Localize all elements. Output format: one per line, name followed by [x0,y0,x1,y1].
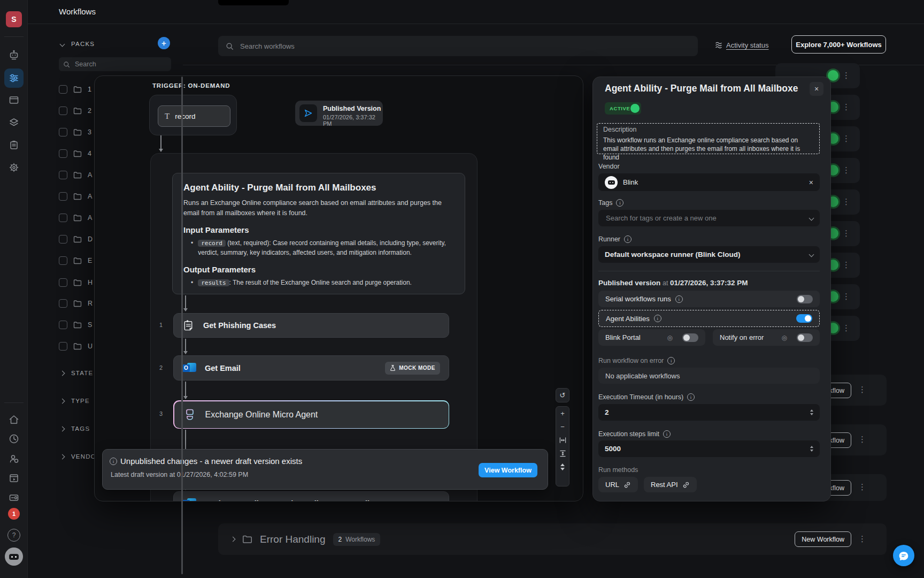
filter-section-tags[interactable]: TAGS [60,425,90,432]
pack-item[interactable]: S [59,320,92,330]
row-menu-icon[interactable] [842,134,850,142]
help-icon[interactable] [7,529,20,542]
checkbox[interactable] [59,235,67,244]
pack-item[interactable]: 3 [59,127,91,138]
devices-icon[interactable] [4,488,24,507]
zoom-in-icon[interactable]: + [556,407,569,420]
pack-item[interactable]: U [59,341,93,352]
checkbox[interactable] [59,278,67,287]
pan-up-down-icon[interactable] [556,460,569,474]
run-on-error-field[interactable]: No applicable workflows [598,368,820,384]
pack-item[interactable]: 2 [59,105,91,116]
tags-input[interactable] [605,214,797,223]
agent-abilities-toggle[interactable] [796,314,812,323]
usage-icon[interactable] [4,429,24,448]
notify-on-error-toggle[interactable] [797,333,813,342]
activity-status-link[interactable]: Activity status [715,41,768,49]
row-menu-icon[interactable] [858,535,866,543]
runner-select[interactable]: Default workspace runner (Blink Cloud) [598,246,820,263]
checkbox[interactable] [59,85,67,94]
automations-icon[interactable] [4,45,24,65]
pack-item[interactable]: R [59,298,93,309]
packs-section-header[interactable]: PACKS [60,41,95,47]
url-run-method-button[interactable]: URL [598,477,638,492]
filter-section-state[interactable]: STATE [60,370,93,376]
chat-support-button[interactable] [893,545,914,566]
pack-item[interactable]: E [59,255,92,266]
serial-workflows-toggle[interactable] [797,295,813,303]
execution-timeout-stepper[interactable]: 2 [598,404,820,421]
new-workflow-button[interactable]: New Workflow [795,531,851,547]
active-toggle[interactable] [630,104,640,113]
filter-section-type[interactable]: TYPE [60,398,90,404]
row-menu-icon[interactable] [842,229,850,237]
checkbox[interactable] [59,128,67,136]
expand-chevron-icon[interactable] [230,537,236,542]
row-menu-icon[interactable] [842,197,850,206]
vendor-field[interactable]: Blink [598,173,820,191]
sidebar-scrollbar[interactable] [181,77,183,574]
row-menu-icon[interactable] [858,483,866,491]
rest-api-run-method-button[interactable]: Rest API [644,477,697,492]
notifications-badge[interactable]: 1 [8,508,20,520]
row-menu-icon[interactable] [842,324,850,332]
pack-item[interactable]: H [59,277,93,288]
assistant-avatar-icon[interactable] [5,547,23,566]
stepper-arrows-icon[interactable] [810,409,813,415]
stepper-arrows-icon[interactable] [810,446,813,452]
step-get-phishing-cases[interactable]: Get Phishing Cases [173,313,449,338]
checkbox[interactable] [59,256,67,265]
row-menu-icon[interactable] [842,261,850,269]
pack-item[interactable]: 1 [59,84,91,95]
trigger-input-record[interactable]: record [158,105,230,127]
row-menu-icon[interactable] [858,385,866,393]
close-icon[interactable] [810,82,823,96]
step-get-email[interactable]: O Get Email MOCK MODE [173,355,449,381]
workflows-icon[interactable] [4,69,24,88]
row-menu-icon[interactable] [842,71,850,79]
reset-view-icon[interactable]: ↺ [556,389,569,402]
description-editor[interactable]: Description This workflow runs an Exchan… [597,123,820,154]
workflows-search-input[interactable] [239,42,667,51]
row-menu-icon[interactable] [858,435,866,443]
row-menu-icon[interactable] [842,292,850,300]
add-pack-button[interactable] [158,37,170,49]
status-badge[interactable]: ACTIVE [605,102,641,115]
tags-field[interactable] [598,210,820,226]
fit-height-icon[interactable] [556,447,569,460]
home-icon[interactable] [4,410,24,429]
view-workflow-button[interactable]: View Workflow [479,463,537,477]
pack-item[interactable]: D [59,234,93,245]
row-menu-icon[interactable] [842,103,850,111]
fit-width-icon[interactable] [556,434,569,447]
pack-item[interactable]: A [59,170,92,180]
checkbox[interactable] [59,171,67,179]
workspace-logo[interactable]: S [6,11,22,27]
packs-search-input[interactable] [74,60,154,69]
checkbox[interactable] [59,214,67,222]
steps-limit-stepper[interactable]: 5000 [598,440,820,457]
trigger-node[interactable]: record [149,95,237,135]
error-handling-group-row[interactable]: Error Handling 2 Workflows New Workflow [218,523,887,555]
checkbox[interactable] [59,321,67,329]
zoom-out-icon[interactable]: − [556,420,569,434]
checkbox[interactable] [59,107,67,115]
explore-workflows-button[interactable]: Explore 7,000+ Workflows [791,35,886,54]
step-exchange-online-search[interactable]: O Exchange Online Search Email Across Em… [173,491,449,501]
settings-icon[interactable] [4,158,24,177]
checkbox[interactable] [59,149,67,158]
packs-search[interactable] [59,57,171,71]
remove-vendor-icon[interactable] [809,178,813,187]
users-icon[interactable] [4,449,24,468]
row-menu-icon[interactable] [842,166,850,174]
published-version-chip[interactable]: Published Version 01/27/2026, 3:37:32 PM [295,101,383,126]
workflows-search[interactable] [218,36,698,56]
blink-portal-toggle[interactable] [682,333,698,342]
pack-item[interactable]: A [59,191,92,202]
apps-icon[interactable] [4,468,24,488]
zoom-reset-control[interactable]: ↺ [556,388,569,402]
pack-item[interactable]: A [59,212,92,223]
packs-icon[interactable] [4,113,24,132]
pack-item[interactable]: 4 [59,148,91,159]
checkbox[interactable] [59,299,67,308]
